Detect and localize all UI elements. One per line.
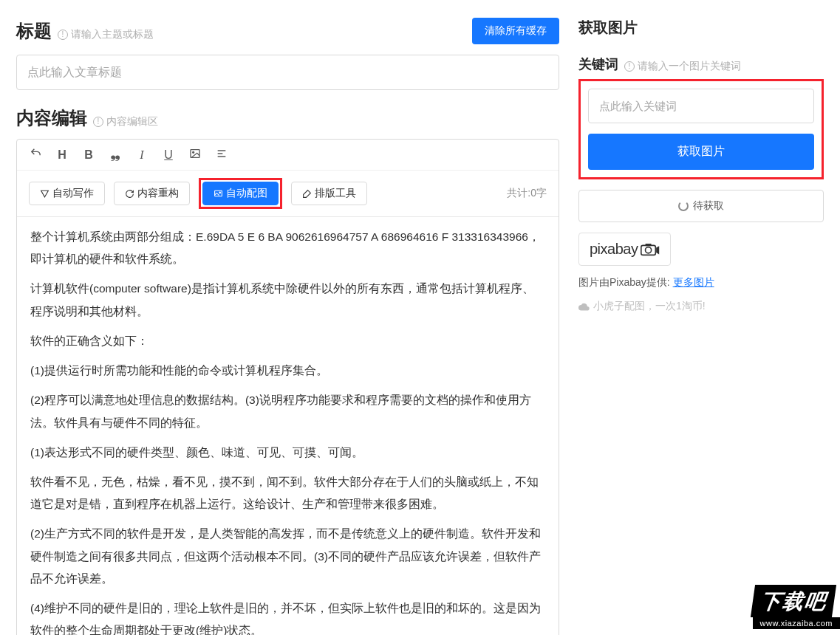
- auto-image-highlight: 自动配图: [199, 178, 282, 209]
- spinner-icon: [678, 201, 689, 211]
- info-icon: !: [624, 61, 635, 72]
- sidebar-title: 获取图片: [578, 18, 824, 38]
- content-label: 内容编辑: [16, 106, 87, 130]
- keyword-label: 关键词: [578, 55, 618, 73]
- editor-paragraph: (4)维护不同的硬件是旧的，理论上软件是旧的，并不坏，但实际上软件也是旧的和坏的…: [30, 597, 545, 635]
- heading-icon[interactable]: H: [55, 148, 69, 162]
- cloud-icon: [578, 303, 590, 311]
- info-icon: !: [93, 117, 103, 127]
- image-icon[interactable]: [188, 148, 202, 162]
- more-images-link[interactable]: 更多图片: [673, 276, 714, 288]
- bold-icon[interactable]: B: [82, 148, 95, 162]
- keyword-header: 关键词 ! 请输入一个图片关键词: [578, 55, 824, 73]
- fetch-image-button[interactable]: 获取图片: [588, 134, 814, 170]
- info-icon: !: [58, 30, 68, 40]
- editor-paragraph: (2)生产方式不同的软件是开发，是人类智能的高发挥，而不是传统意义上的硬件制造。…: [30, 523, 545, 590]
- quote-icon[interactable]: ❟❟: [109, 148, 122, 162]
- italic-icon[interactable]: I: [135, 148, 148, 162]
- clear-cache-button[interactable]: 清除所有缓存: [472, 18, 559, 44]
- undo-icon[interactable]: [29, 147, 42, 162]
- svg-point-6: [219, 192, 221, 193]
- svg-point-8: [646, 247, 652, 253]
- editor-paragraph: (1)表达形式不同的硬件类型、颜色、味道、可见、可摸、可闻。: [30, 442, 545, 464]
- editor-paragraph: 软件的正确含义如下：: [30, 330, 545, 352]
- pixabay-logo: pixabay: [578, 233, 671, 266]
- editor-paragraph: 软件看不见，无色，枯燥，看不见，摸不到，闻不到。软件大部分存在于人们的头脑或纸上…: [30, 471, 545, 515]
- editor-paragraph: (1)提供运行时所需功能和性能的命令或计算机程序集合。: [30, 360, 545, 382]
- editor-box: H B ❟❟ I U 自动写作 内容重构: [16, 139, 559, 635]
- watermark: 下载吧 www.xiazaiba.com: [753, 585, 840, 629]
- camera-icon: [641, 243, 660, 256]
- layout-tool-button[interactable]: 排版工具: [291, 182, 367, 205]
- content-section-header: 内容编辑 ! 内容编辑区: [16, 106, 559, 130]
- editor-paragraph: 整个计算机系统由两部分组成：E.69DA 5 E 6 BA 9062616964…: [30, 226, 545, 270]
- format-toolbar: H B ❟❟ I U: [17, 140, 559, 171]
- editor-paragraph: 计算机软件(computer software)是指计算机系统中除硬件以外的所有…: [30, 278, 545, 322]
- editor-content[interactable]: 整个计算机系统由两部分组成：E.69DA 5 E 6 BA 9062616964…: [17, 217, 559, 635]
- svg-rect-9: [646, 243, 652, 245]
- title-hint: ! 请输入主题或标题: [58, 28, 154, 41]
- svg-point-1: [193, 151, 194, 153]
- auto-image-button[interactable]: 自动配图: [202, 182, 279, 205]
- title-section-header: 标题 ! 请输入主题或标题 清除所有缓存: [16, 18, 559, 44]
- word-count: 共计:0字: [507, 187, 547, 200]
- underline-icon[interactable]: U: [162, 148, 175, 162]
- restructure-button[interactable]: 内容重构: [114, 182, 190, 205]
- pending-status[interactable]: 待获取: [578, 190, 824, 222]
- keyword-hint: ! 请输入一个图片关键词: [624, 60, 741, 73]
- align-icon[interactable]: [215, 148, 228, 162]
- title-label: 标题: [16, 19, 52, 43]
- keyword-highlight-box: 获取图片: [578, 79, 824, 179]
- taobi-line: 小虎子配图，一次1淘币!: [578, 300, 824, 313]
- keyword-input[interactable]: [588, 89, 814, 123]
- article-title-input[interactable]: [16, 55, 559, 90]
- auto-write-button[interactable]: 自动写作: [29, 182, 105, 205]
- editor-paragraph: (2)程序可以满意地处理信息的数据结构。(3)说明程序功能要求和程序需要的文档的…: [30, 389, 545, 433]
- credit-line: 图片由Pixabay提供: 更多图片: [578, 276, 824, 289]
- action-toolbar: 自动写作 内容重构 自动配图 排版工具 共计:0字: [17, 171, 559, 217]
- content-hint: ! 内容编辑区: [93, 115, 158, 128]
